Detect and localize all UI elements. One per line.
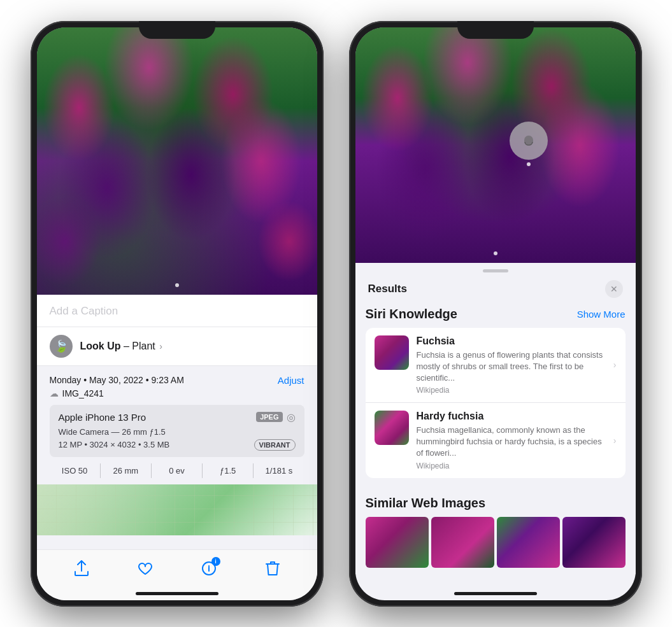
fuchsia-title: Fuchsia <box>417 335 606 347</box>
info-button[interactable]: i <box>197 557 220 580</box>
aperture-value: ƒ1.5 <box>203 463 254 478</box>
hardy-thumbnail <box>375 411 409 445</box>
siri-knowledge-section: Siri Knowledge Show More Fuchsia Fuchsia… <box>355 307 636 487</box>
home-indicator-right <box>454 592 537 595</box>
format-badge: JPEG <box>256 412 282 422</box>
siri-knowledge-title: Siri Knowledge <box>366 307 457 321</box>
similar-image-2[interactable] <box>431 517 494 568</box>
fuchsia-content: Fuchsia Fuchsia is a genus of flowering … <box>417 335 606 395</box>
hardy-description: Fuchsia magellanica, commonly known as t… <box>417 425 606 460</box>
home-indicator <box>136 592 218 595</box>
lookup-em-dash: – <box>124 341 132 351</box>
delete-button[interactable] <box>261 557 284 580</box>
similar-images-grid <box>366 517 626 568</box>
fuchsia-source: Wikipedia <box>417 386 606 395</box>
show-more-button[interactable]: Show More <box>577 309 626 320</box>
fuchsia-thumbnail <box>375 335 409 370</box>
siri-bubble[interactable] <box>510 122 548 160</box>
iso-value: ISO 50 <box>50 463 101 478</box>
cloud-icon: ☁ <box>50 388 59 398</box>
flower-image <box>37 27 317 295</box>
similar-image-4[interactable] <box>562 517 626 568</box>
hardy-chevron-icon: › <box>613 435 617 446</box>
filter-badge: VIBRANT <box>254 439 296 451</box>
adjust-button[interactable]: Adjust <box>278 375 304 386</box>
right-screen: Results ✕ Siri Knowledge Show More Fuchs <box>355 27 636 600</box>
knowledge-item-fuchsia[interactable]: Fuchsia Fuchsia is a genus of flowering … <box>366 328 626 404</box>
location-icon: ◎ <box>287 411 296 423</box>
specs-text: 12 MP • 3024 × 4032 • 3.5 MB <box>59 440 170 449</box>
map-preview[interactable] <box>37 484 317 535</box>
drag-handle[interactable] <box>355 263 636 276</box>
lens-info: Wide Camera — 26 mm ƒ1.5 <box>59 427 296 437</box>
right-photo-dot <box>494 251 497 255</box>
results-panel: Results ✕ Siri Knowledge Show More Fuchs <box>355 263 636 574</box>
right-photo-display[interactable] <box>355 27 636 263</box>
photo-indicator-dot <box>175 283 179 287</box>
hardy-source: Wikipedia <box>417 461 606 470</box>
close-button[interactable]: ✕ <box>605 280 623 298</box>
similar-images-section: Similar Web Images <box>355 487 636 574</box>
info-panel: Add a Caption 🍃 Look Up – Plant › Monday… <box>37 295 317 535</box>
hardy-content: Hardy fuchsia Fuchsia magellanica, commo… <box>417 411 606 470</box>
lookup-chevron-icon: › <box>159 341 162 351</box>
device-card: Apple iPhone 13 Pro JPEG ◎ Wide Camera —… <box>50 405 304 457</box>
lookup-icon: 🍃 <box>50 335 73 358</box>
section-header: Siri Knowledge Show More <box>366 307 626 321</box>
siri-dot <box>527 162 531 166</box>
results-header: Results ✕ <box>355 276 636 307</box>
similar-title: Similar Web Images <box>366 496 626 511</box>
handle-bar <box>483 269 508 272</box>
map-overlay <box>37 484 317 535</box>
results-title: Results <box>368 283 407 295</box>
fuchsia-description: Fuchsia is a genus of flowering plants t… <box>417 349 606 384</box>
lookup-label[interactable]: Look Up – Plant › <box>80 341 162 352</box>
photo-display[interactable] <box>37 27 317 295</box>
right-flower-image <box>355 27 636 263</box>
focal-value: 26 mm <box>101 463 152 478</box>
exposure-value: 0 ev <box>152 463 203 478</box>
knowledge-item-hardy[interactable]: Hardy fuchsia Fuchsia magellanica, commo… <box>366 403 626 478</box>
left-screen: Add a Caption 🍃 Look Up – Plant › Monday… <box>37 27 317 600</box>
fuchsia-chevron-icon: › <box>613 360 617 370</box>
similar-image-3[interactable] <box>497 517 560 568</box>
exif-row: ISO 50 26 mm 0 ev ƒ1.5 1/181 s <box>50 463 304 478</box>
hardy-title: Hardy fuchsia <box>417 411 606 422</box>
shutter-value: 1/181 s <box>254 463 304 478</box>
date-text: Monday • May 30, 2022 • 9:23 AM <box>50 375 184 385</box>
like-button[interactable] <box>134 557 157 580</box>
share-button[interactable] <box>70 557 93 580</box>
knowledge-card: Fuchsia Fuchsia is a genus of flowering … <box>366 328 626 478</box>
caption-section[interactable]: Add a Caption <box>37 295 317 327</box>
info-badge: i <box>211 557 220 566</box>
similar-image-1[interactable] <box>366 517 429 568</box>
metadata-section: Monday • May 30, 2022 • 9:23 AM Adjust ☁… <box>37 366 317 484</box>
caption-placeholder[interactable]: Add a Caption <box>50 305 118 317</box>
left-phone: Add a Caption 🍃 Look Up – Plant › Monday… <box>31 21 324 607</box>
right-phone: Results ✕ Siri Knowledge Show More Fuchs <box>349 21 642 607</box>
filename-text: IMG_4241 <box>62 388 104 398</box>
lookup-row[interactable]: 🍃 Look Up – Plant › <box>37 327 317 366</box>
device-name: Apple iPhone 13 Pro <box>59 412 147 423</box>
